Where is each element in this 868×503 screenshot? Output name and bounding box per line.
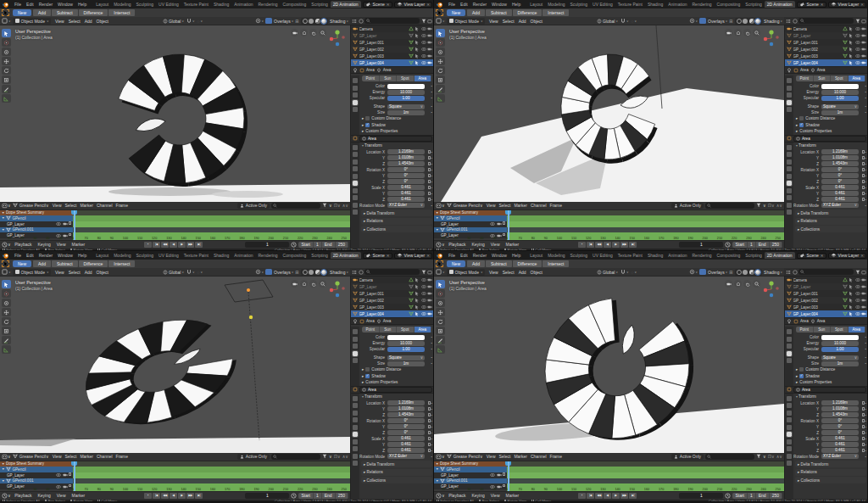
tab-output-icon[interactable] — [787, 152, 792, 157]
rotation-mode-dropdown[interactable]: XYZ Euler∨ — [821, 454, 859, 459]
hide-icon[interactable] — [421, 53, 426, 59]
disable-render-icon[interactable] — [427, 33, 432, 38]
hide-icon[interactable] — [421, 47, 426, 52]
lock-icon[interactable] — [428, 443, 431, 446]
menu-item-file[interactable]: File — [446, 253, 458, 258]
editor-type-button[interactable]: ∨ — [2, 18, 11, 24]
light-type-button-point[interactable]: Point — [796, 327, 814, 333]
camera-view-button[interactable] — [291, 280, 298, 288]
workspace-tab-sculpting[interactable]: Sculpting — [134, 252, 157, 259]
channel-hide-icon[interactable] — [490, 221, 495, 226]
tool-button-difference[interactable]: Difference — [513, 9, 542, 16]
keyframe-band-gp-layer[interactable] — [73, 472, 350, 478]
tab-world-icon[interactable] — [353, 425, 358, 430]
outliner-editor-type-button[interactable] — [352, 270, 357, 275]
tab-output-icon[interactable] — [787, 403, 792, 408]
transform-value-field[interactable]: 1.4543m — [387, 161, 425, 166]
outliner-editor-type-button[interactable] — [786, 270, 791, 275]
dope-sheet-filter-icon[interactable] — [756, 454, 761, 459]
channel-lock-icon[interactable] — [503, 472, 505, 476]
shadow-section[interactable]: ▸ Shadow — [359, 373, 434, 380]
selectable-icon[interactable] — [849, 291, 854, 296]
tab-physics-icon[interactable] — [353, 107, 358, 112]
light-type-button-area[interactable]: Area — [849, 75, 866, 81]
snap-keys-dropdown[interactable]: ⊡∨ — [334, 454, 341, 459]
dope-sheet-editor-type-button[interactable]: ∨ — [2, 454, 11, 460]
perspective-toggle-button[interactable] — [734, 29, 742, 36]
shading-solid-icon[interactable] — [743, 270, 748, 275]
workspace-tab-modeling[interactable]: Modeling — [545, 252, 567, 259]
hide-icon[interactable] — [855, 40, 860, 45]
menu-item-edit[interactable]: Edit — [458, 253, 470, 258]
tab-view-layer-icon[interactable] — [353, 411, 358, 416]
lock-icon[interactable] — [862, 437, 865, 440]
dope-sheet-menu-channel[interactable]: Channel — [529, 454, 548, 459]
tab-render-icon[interactable] — [353, 145, 358, 150]
light-color-swatch[interactable] — [821, 84, 859, 89]
shadow-section[interactable]: ▸ Shadow — [793, 122, 868, 129]
workspace-tab-shading[interactable]: Shading — [211, 1, 231, 8]
selectable-icon[interactable] — [415, 40, 420, 45]
shading-dropdown[interactable]: Shading∨ — [764, 19, 782, 24]
menu-item-window[interactable]: Window — [489, 2, 509, 7]
selectable-icon[interactable] — [415, 33, 420, 38]
tab-object-data-icon[interactable] — [353, 100, 358, 105]
selectable-icon[interactable] — [849, 277, 854, 282]
menu-item-render[interactable]: Render — [36, 253, 55, 258]
lock-icon[interactable] — [428, 192, 431, 195]
light-type-button-point[interactable]: Point — [362, 327, 380, 333]
transform-value-field[interactable]: 0.461 — [387, 185, 425, 190]
dope-sheet-editor-type-button[interactable]: ∨ — [2, 203, 11, 209]
editor-type-button[interactable]: ∨ — [436, 18, 445, 24]
workspace-tab-animation[interactable]: Animation — [665, 1, 689, 8]
zoom-view-button[interactable] — [753, 280, 760, 288]
viewport-canvas[interactable] — [434, 25, 784, 202]
tool-button-intersect[interactable]: Intersect — [108, 260, 135, 267]
tab-physics-icon[interactable] — [787, 195, 792, 200]
viewport-menu-select[interactable]: Select — [500, 19, 516, 24]
playback-menu-marker[interactable]: Marker — [504, 493, 521, 498]
gizmo-dropdown[interactable]: ∨ — [689, 269, 698, 275]
tool-scale[interactable] — [436, 327, 445, 335]
light-type-button-area[interactable]: Area — [415, 327, 432, 333]
menu-item-help[interactable]: Help — [75, 2, 89, 7]
shading-rendered-icon[interactable] — [755, 19, 760, 24]
transform-value-field[interactable]: 0° — [821, 430, 859, 435]
jump-end-button[interactable]: ▶| — [195, 242, 203, 249]
playback-menu-marker[interactable]: Marker — [70, 242, 87, 247]
active-tool-icon[interactable] — [436, 260, 443, 267]
start-frame-field[interactable]: 1 — [748, 242, 756, 249]
viewport-menu-object[interactable]: Object — [94, 270, 110, 275]
light-specular-slider[interactable]: 1.00 — [821, 347, 859, 352]
workspace-tab-layout[interactable]: Layout — [93, 1, 111, 8]
axis-gizmo[interactable] — [762, 280, 781, 299]
transform-panel-label[interactable]: ▾ Transform — [793, 143, 868, 149]
play-button[interactable]: ▶ — [612, 242, 620, 249]
tab-data-icon[interactable] — [787, 210, 792, 215]
tool-button-new[interactable]: New — [447, 260, 465, 267]
selectable-icon[interactable] — [849, 53, 854, 59]
lock-icon[interactable] — [428, 419, 431, 422]
light-specular-slider[interactable]: 1.00 — [387, 96, 425, 101]
disable-render-icon[interactable] — [427, 277, 432, 282]
tab-object-icon[interactable] — [353, 432, 358, 437]
tool-annotate[interactable] — [2, 336, 11, 344]
view-layer-selector[interactable]: View Layer ✕ — [828, 2, 866, 8]
transform-panel-label[interactable]: ▾ Transform — [359, 394, 434, 400]
light-energy-field[interactable]: 10.000 — [821, 341, 859, 346]
workspace-tab-scripting[interactable]: Scripting — [743, 1, 764, 8]
keyframe-band-gp-layer[interactable] — [507, 221, 784, 227]
shading-wireframe-icon[interactable] — [737, 19, 742, 24]
light-type-button-sun[interactable]: Sun — [380, 327, 398, 333]
transform-value-field[interactable]: 0.461 — [387, 197, 425, 202]
snap-toggle[interactable]: ∨ — [186, 269, 195, 275]
snap-toggle[interactable]: ∨ — [620, 269, 629, 275]
outliner-item-gp-layer[interactable]: GP_Layer — [351, 32, 434, 39]
playback-menu-playback[interactable]: Playback — [13, 242, 34, 247]
workspace-tab-uv-editing[interactable]: UV Editing — [590, 252, 615, 259]
mode-selector[interactable]: Object Mode∨ — [447, 18, 486, 25]
outliner-editor-type-button[interactable] — [786, 19, 791, 24]
hide-icon[interactable] — [855, 291, 860, 296]
channel-gp-layer[interactable]: GP_Layer — [434, 472, 507, 478]
lock-icon[interactable] — [428, 186, 431, 189]
